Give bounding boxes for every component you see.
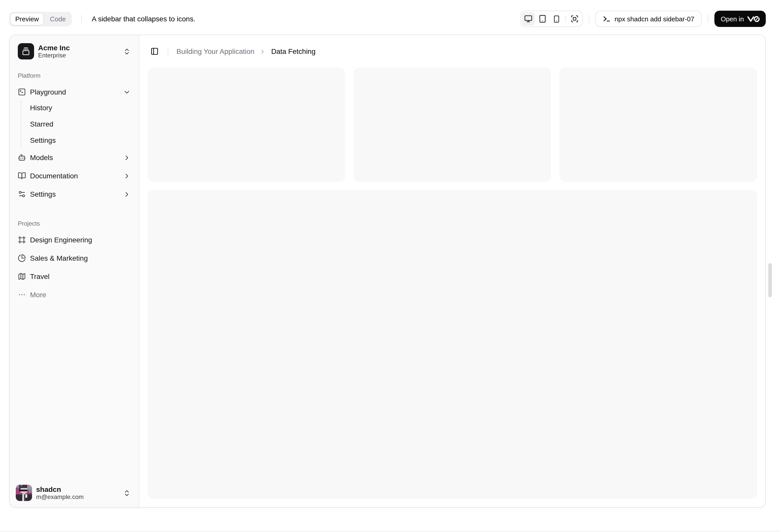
panel-left-icon bbox=[150, 47, 159, 55]
user-name: shadcn bbox=[36, 485, 119, 493]
sidebar-item-models[interactable]: Models bbox=[14, 149, 135, 166]
tab-code[interactable]: Code bbox=[45, 12, 71, 25]
bot-icon bbox=[18, 153, 26, 162]
menu-item: Models bbox=[14, 149, 135, 166]
sidebar-item-playground[interactable]: Playground bbox=[14, 84, 135, 100]
install-command-button[interactable]: npx shadcn add sidebar-07 bbox=[595, 11, 702, 27]
chevron-right-icon bbox=[123, 172, 131, 179]
sidebar-item-label: Models bbox=[30, 153, 119, 162]
block-preview-frame: Acme Inc Enterprise Platform bbox=[9, 35, 766, 508]
chevron-down-icon bbox=[123, 88, 131, 96]
tab-preview[interactable]: Preview bbox=[10, 12, 44, 25]
frame-icon bbox=[18, 236, 26, 244]
menu-item: Playground History Starred Settings bbox=[14, 84, 135, 147]
ellipsis-icon bbox=[18, 290, 26, 299]
placeholder-card bbox=[353, 67, 551, 182]
sidebar-item-label: Documentation bbox=[30, 172, 119, 180]
sidebar-item-travel[interactable]: Travel bbox=[14, 268, 135, 284]
toolbar-separator bbox=[82, 15, 82, 23]
book-open-icon bbox=[18, 172, 26, 180]
open-in-v0-button[interactable]: Open in bbox=[715, 11, 766, 27]
device-size-toggle-group bbox=[520, 11, 582, 27]
platform-menu: Playground History Starred Settings bbox=[14, 84, 135, 202]
tablet-view-button[interactable] bbox=[536, 12, 549, 25]
placeholder-card-row bbox=[147, 67, 757, 182]
sidebar-item-documentation[interactable]: Documentation bbox=[14, 168, 135, 184]
sidebar-header: Acme Inc Enterprise bbox=[10, 35, 139, 67]
main-panel: Building Your Application Data Fetching bbox=[139, 35, 765, 507]
sidebar-item-settings[interactable]: Settings bbox=[14, 186, 135, 202]
team-plan: Enterprise bbox=[38, 52, 119, 59]
toolbar-separator bbox=[708, 15, 709, 23]
v0-logo-icon bbox=[747, 15, 760, 22]
menu-item: Travel bbox=[14, 268, 135, 284]
header-separator bbox=[168, 47, 168, 55]
page-scrollbar-thumb[interactable] bbox=[768, 263, 772, 297]
team-meta: Acme Inc Enterprise bbox=[38, 44, 119, 59]
open-in-v0-label: Open in bbox=[721, 15, 744, 22]
sidebar-item-label: Playground bbox=[30, 88, 119, 96]
sidebar-item-more[interactable]: More bbox=[14, 286, 135, 303]
page: Preview Code A sidebar that collapses to… bbox=[0, 0, 780, 532]
breadcrumb: Building Your Application Data Fetching bbox=[177, 47, 315, 55]
sidebar-item-label: Travel bbox=[30, 272, 131, 280]
chevron-right-icon bbox=[123, 190, 131, 198]
tablet-icon bbox=[538, 15, 546, 23]
breadcrumb-chevron-icon bbox=[259, 48, 266, 55]
chevron-right-icon bbox=[123, 154, 131, 161]
projects-menu: Design Engineering Sales & Marketing bbox=[14, 232, 135, 303]
sidebar-item-label: Design Engineering bbox=[30, 236, 131, 244]
sidebar-subitem-starred[interactable]: Starred bbox=[26, 117, 135, 131]
install-command-text: npx shadcn add sidebar-07 bbox=[615, 15, 694, 22]
team-logo bbox=[18, 43, 34, 59]
app-sidebar: Acme Inc Enterprise Platform bbox=[10, 35, 139, 507]
chevrons-up-down-icon bbox=[123, 489, 131, 497]
block-description: A sidebar that collapses to icons. bbox=[92, 15, 196, 23]
main-content bbox=[139, 67, 765, 507]
sidebar-subitem-settings[interactable]: Settings bbox=[26, 133, 135, 147]
main-header: Building Your Application Data Fetching bbox=[139, 35, 765, 67]
menu-item: Settings bbox=[14, 186, 135, 202]
desktop-view-button[interactable] bbox=[522, 12, 535, 25]
sidebar-item-sales-marketing[interactable]: Sales & Marketing bbox=[14, 250, 135, 266]
toolbar: Preview Code A sidebar that collapses to… bbox=[9, 11, 766, 27]
breadcrumb-link-building-your-application[interactable]: Building Your Application bbox=[177, 47, 254, 55]
user-meta: shadcn m@example.com bbox=[36, 485, 119, 501]
sidebar-content: Platform Playground bbox=[10, 67, 139, 479]
user-menu-button[interactable]: shadcn m@example.com bbox=[14, 483, 135, 503]
fullscreen-button[interactable] bbox=[568, 12, 581, 25]
sidebar-item-design-engineering[interactable]: Design Engineering bbox=[14, 232, 135, 248]
smartphone-icon bbox=[553, 15, 560, 22]
mobile-view-button[interactable] bbox=[550, 12, 563, 25]
user-email: m@example.com bbox=[36, 494, 119, 501]
sidebar-item-label: Settings bbox=[30, 190, 119, 198]
sidebar-item-label: Sales & Marketing bbox=[30, 254, 131, 262]
menu-item: More bbox=[14, 286, 135, 303]
terminal-icon bbox=[603, 15, 610, 22]
breadcrumb-page-data-fetching: Data Fetching bbox=[271, 47, 315, 55]
toolbar-right: npx shadcn add sidebar-07 Open in bbox=[520, 11, 766, 27]
monitor-icon bbox=[524, 15, 532, 23]
sidebar-item-label: More bbox=[30, 290, 131, 299]
team-name: Acme Inc bbox=[38, 44, 119, 52]
sidebar-group-label-projects: Projects bbox=[14, 215, 135, 232]
placeholder-card bbox=[559, 67, 757, 182]
sidebar-group-label-platform: Platform bbox=[14, 67, 135, 84]
avatar bbox=[16, 485, 32, 501]
chevrons-up-down-icon bbox=[123, 48, 131, 55]
menu-item: Documentation bbox=[14, 168, 135, 184]
map-icon bbox=[18, 272, 26, 280]
sidebar-subitem-history[interactable]: History bbox=[26, 101, 135, 115]
playground-submenu: History Starred Settings bbox=[21, 101, 135, 147]
menu-item: Design Engineering bbox=[14, 232, 135, 248]
menu-item: Sales & Marketing bbox=[14, 250, 135, 266]
sidebar-toggle-button[interactable] bbox=[147, 44, 162, 58]
next-section-border bbox=[0, 531, 780, 531]
pie-chart-icon bbox=[18, 254, 26, 262]
team-switcher-button[interactable]: Acme Inc Enterprise bbox=[14, 39, 135, 63]
view-tab-group: Preview Code bbox=[9, 11, 72, 26]
placeholder-card bbox=[147, 67, 345, 182]
settings-sliders-icon bbox=[18, 190, 26, 198]
toolbar-separator bbox=[589, 15, 589, 23]
sidebar-footer: shadcn m@example.com bbox=[10, 479, 139, 507]
